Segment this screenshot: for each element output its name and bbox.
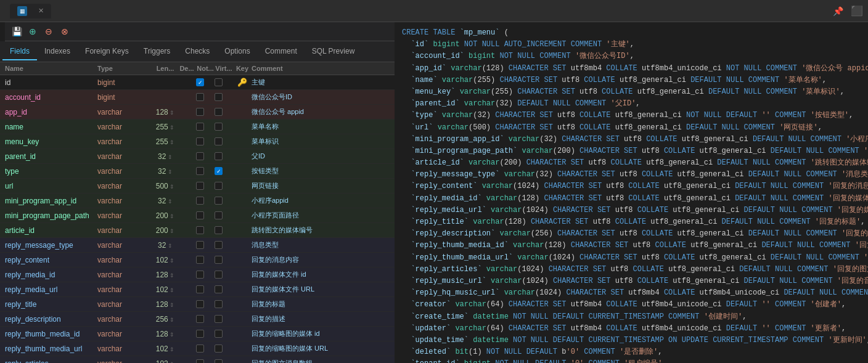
field-not-null[interactable] [196,345,215,353]
field-virtual[interactable] [215,330,233,338]
field-length[interactable]: 102 ⇕ [153,256,178,264]
field-not-null[interactable] [196,256,215,264]
field-not-null[interactable] [196,359,215,363]
tab-sql-preview[interactable]: SQL Preview [305,43,362,60]
field-virtual[interactable] [215,315,233,323]
remove-button[interactable]: ⊖ [42,25,55,38]
field-not-null[interactable] [196,330,215,338]
field-virtual[interactable] [215,108,233,116]
field-name: reply_thumb_media_url [5,345,97,353]
table-row[interactable]: reply_titlevarchar128 ⇕回复的标题 [0,297,395,312]
tab-comment[interactable]: Comment [258,43,305,60]
field-length[interactable]: 32 ⇕ [153,152,178,161]
field-not-null[interactable] [196,285,215,293]
close-icon[interactable]: ✕ [38,7,44,15]
table-row[interactable]: mini_program_app_idvarchar32 ⇕小程序appid [0,194,395,208]
table-row[interactable]: account_idbigint微信公众号ID [0,90,395,105]
field-virtual[interactable] [215,211,233,219]
tab-fields[interactable]: Fields [2,43,37,60]
field-virtual[interactable] [215,152,233,160]
field-length[interactable]: 102 ⇕ [153,359,178,364]
add-button[interactable]: ⊕ [26,25,39,38]
field-not-null[interactable] [196,226,215,234]
table-row[interactable]: reply_media_idvarchar128 ⇕回复的媒体文件 id [0,267,395,282]
table-row[interactable]: reply_contentvarchar102 ⇕回复的消息内容 [0,253,395,267]
save-button[interactable]: 💾 [10,25,23,38]
field-virtual[interactable] [215,271,233,279]
field-length[interactable]: 200 ⇕ [153,211,178,220]
table-row[interactable]: mini_program_page_pathvarchar200 ⇕小程序页面路… [0,208,395,223]
field-comment: 小程序页面路径 [252,211,390,220]
field-length[interactable]: 32 ⇕ [153,167,178,176]
field-virtual[interactable] [215,345,233,353]
tab-foreign-keys[interactable]: Foreign Keys [78,43,136,60]
delete-button[interactable]: ⊗ [58,25,72,38]
table-row[interactable]: urlvarchar500 ⇕网页链接 [0,179,395,194]
field-virtual[interactable] [215,359,233,363]
field-not-null[interactable] [196,271,215,279]
table-row[interactable]: reply_descriptionvarchar256 ⇕回复的描述 [0,312,395,327]
tab-indexes[interactable]: Indexes [37,43,78,60]
table-row[interactable]: reply_thumb_media_idvarchar128 ⇕回复的缩略图的媒… [0,327,395,341]
pin-icon[interactable]: 📌 [833,6,843,16]
field-virtual[interactable] [215,78,233,86]
field-virtual[interactable] [215,123,233,131]
field-virtual[interactable] [215,182,233,190]
field-virtual[interactable] [215,285,233,293]
table-row[interactable]: reply_thumb_media_urlvarchar102 ⇕回复的缩略图的… [0,341,395,356]
table-row[interactable]: idbigint✓🔑主键 [0,75,395,90]
field-type: varchar [97,300,153,309]
field-not-null[interactable] [196,182,215,190]
table-row[interactable]: reply_media_urlvarchar102 ⇕回复的媒体文件 URL [0,282,395,297]
field-not-null[interactable] [196,123,215,131]
table-row[interactable]: parent_idvarchar32 ⇕父ID [0,149,395,164]
field-length[interactable]: 102 ⇕ [153,285,178,294]
field-length[interactable]: 255 ⇕ [153,123,178,131]
field-length[interactable]: 32 ⇕ [153,197,178,205]
table-row[interactable]: article_idvarchar200 ⇕跳转图文的媒体编号 [0,223,395,238]
field-not-null[interactable] [196,108,215,116]
field-virtual[interactable] [215,93,233,101]
field-length[interactable]: 128 ⇕ [153,271,178,279]
field-length[interactable]: 255 ⇕ [153,137,178,146]
main-tab[interactable]: ▦ ✕ [10,4,51,18]
field-length[interactable]: 32 ⇕ [153,241,178,250]
sql-line: `reply_thumb_media_url` varchar(1024) CH… [402,252,861,264]
table-row[interactable]: reply_message_typevarchar32 ⇕消息类型 [0,238,395,253]
field-length[interactable]: 102 ⇕ [153,345,178,353]
tab-triggers[interactable]: Triggers [136,43,178,60]
field-virtual[interactable] [215,197,233,205]
table-row[interactable]: reply_articlesvarchar102 ⇕回复的图文消息数组 [0,356,395,363]
field-length[interactable]: 500 ⇕ [153,182,178,190]
table-row[interactable]: typevarchar32 ⇕✓按钮类型 [0,164,395,179]
table-row[interactable]: menu_keyvarchar255 ⇕菜单标识 [0,134,395,149]
field-virtual[interactable] [215,226,233,234]
field-not-null[interactable] [196,300,215,308]
field-not-null[interactable] [196,167,215,175]
field-virtual[interactable] [215,241,233,249]
field-not-null[interactable]: ✓ [196,78,215,86]
field-not-null[interactable] [196,197,215,205]
tab-checks[interactable]: Checks [178,43,217,60]
field-virtual[interactable] [215,256,233,264]
field-not-null[interactable] [196,211,215,219]
left-panel-wrap: 💾 ⊕ ⊖ ⊗ Fields Indexes Foreign Keys Trig… [0,22,395,363]
table-row[interactable]: namevarchar255 ⇕菜单名称 [0,120,395,134]
field-not-null[interactable] [196,315,215,323]
field-not-null[interactable] [196,152,215,160]
field-length[interactable]: 256 ⇕ [153,315,178,324]
field-length[interactable]: 128 ⇕ [153,108,178,116]
field-not-null[interactable] [196,137,215,145]
field-not-null[interactable] [196,241,215,249]
field-virtual[interactable] [215,300,233,308]
field-length[interactable]: 128 ⇕ [153,300,178,309]
field-length[interactable]: 200 ⇕ [153,226,178,235]
expand-icon[interactable]: ⬛ [851,5,863,17]
table-row[interactable]: app_idvarchar128 ⇕微信公众号 appid [0,105,395,120]
field-virtual[interactable]: ✓ [215,167,233,175]
field-length[interactable]: 128 ⇕ [153,330,178,338]
field-not-null[interactable] [196,93,215,101]
tab-options[interactable]: Options [217,43,257,60]
sql-line: `updater` varchar(64) CHARACTER SET utf8… [402,323,861,335]
field-virtual[interactable] [215,137,233,145]
